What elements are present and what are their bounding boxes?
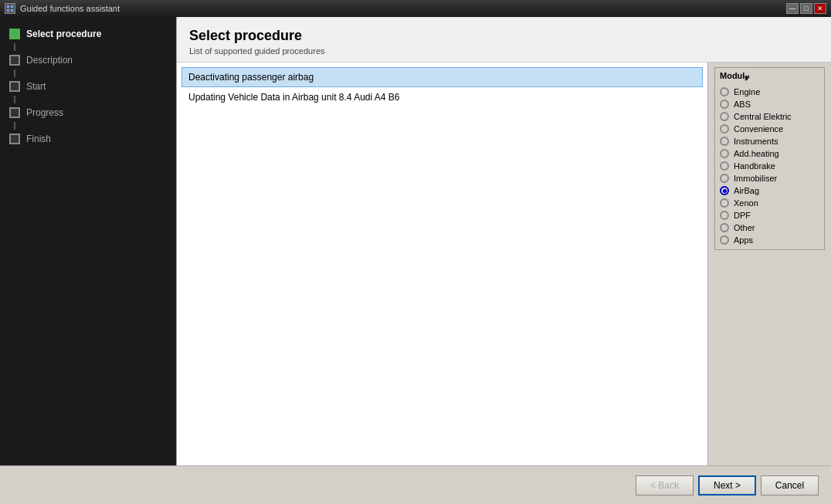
title-controls: — □ ✕ — [786, 3, 826, 14]
step-indicator-select-procedure — [9, 29, 20, 39]
step-indicator-description — [9, 55, 20, 66]
procedures-list: Deactivating passenger airbag Updating V… — [177, 63, 707, 465]
radio-abs[interactable] — [720, 100, 729, 109]
radio-airbag[interactable] — [720, 186, 729, 195]
steps-list: Select procedure Description Start Progr… — [6, 25, 170, 148]
step-progress: Progress — [9, 103, 170, 122]
step-connector-2 — [14, 69, 15, 77]
step-label-finish: Finish — [26, 134, 51, 144]
module-airbag[interactable]: AirBag — [720, 184, 819, 197]
module-immobiliser[interactable]: Immobiliser — [720, 172, 819, 184]
step-indicator-start — [9, 81, 20, 92]
module-handbrake[interactable]: Handbrake — [720, 160, 819, 172]
module-engine[interactable]: Engine — [720, 86, 819, 98]
next-button[interactable]: Next > — [698, 475, 756, 496]
radio-central-elektric[interactable] — [720, 112, 729, 121]
procedure-item-0[interactable]: Deactivating passenger airbag — [181, 67, 703, 87]
radio-apps[interactable] — [720, 235, 729, 245]
title-bar-left: Guided functions assistant — [5, 3, 120, 14]
panel-header: Select procedure List of supported guide… — [177, 17, 831, 63]
back-button[interactable]: < Back — [636, 475, 694, 496]
radio-instruments[interactable] — [720, 137, 729, 146]
module-dpf[interactable]: DPF — [720, 209, 819, 222]
maximize-button[interactable]: □ — [800, 3, 812, 14]
main-window: Select procedure Description Start Progr… — [0, 17, 831, 504]
step-connector-3 — [14, 96, 15, 103]
modules-panel: Modul𝓎 Engine ABS Central Elektric — [707, 63, 831, 465]
module-central-elektric[interactable]: Central Elektric — [720, 110, 819, 123]
panel-subtitle: List of supported guided procedures — [189, 46, 819, 56]
minimize-button[interactable]: — — [786, 3, 799, 14]
cancel-button[interactable]: Cancel — [761, 475, 819, 496]
modules-group: Modul𝓎 Engine ABS Central Elektric — [714, 67, 825, 250]
svg-rect-1 — [11, 5, 13, 8]
footer: < Back Next > Cancel — [0, 465, 831, 504]
step-finish: Finish — [9, 130, 170, 148]
radio-dpf[interactable] — [720, 211, 729, 220]
step-select-procedure: Select procedure — [9, 25, 170, 43]
radio-handbrake[interactable] — [720, 161, 729, 171]
radio-convenience[interactable] — [720, 124, 729, 134]
step-indicator-finish — [9, 134, 20, 144]
radio-immobiliser[interactable] — [720, 174, 729, 183]
step-label-description: Description — [26, 55, 73, 66]
module-xenon[interactable]: Xenon — [720, 197, 819, 209]
radio-add-heating[interactable] — [720, 149, 729, 158]
modules-title: Modul𝓎 — [720, 71, 819, 81]
sidebar: Select procedure Description Start Progr… — [0, 17, 176, 465]
step-label-progress: Progress — [26, 107, 63, 118]
title-bar: Guided functions assistant — □ ✕ — [0, 0, 831, 17]
panel-title: Select procedure — [189, 28, 819, 44]
module-instruments[interactable]: Instruments — [720, 135, 819, 147]
step-connector-4 — [14, 122, 15, 130]
radio-engine[interactable] — [720, 87, 729, 96]
panel-body: Deactivating passenger airbag Updating V… — [177, 63, 831, 465]
module-add-heating[interactable]: Add.heating — [720, 147, 819, 160]
app-icon — [5, 3, 15, 14]
module-other[interactable]: Other — [720, 222, 819, 234]
module-apps[interactable]: Apps — [720, 234, 819, 246]
radio-xenon[interactable] — [720, 198, 729, 208]
svg-rect-0 — [7, 5, 9, 8]
step-label-start: Start — [26, 81, 46, 92]
step-connector-1 — [14, 43, 15, 51]
module-convenience[interactable]: Convenience — [720, 123, 819, 135]
step-label-select-procedure: Select procedure — [26, 29, 101, 39]
svg-rect-3 — [11, 9, 13, 12]
step-start: Start — [9, 77, 170, 96]
content-area: Select procedure Description Start Progr… — [0, 17, 831, 465]
step-description: Description — [9, 51, 170, 69]
procedure-item-1[interactable]: Updating Vehicle Data in Airbag unit 8.4… — [181, 87, 703, 107]
svg-rect-2 — [7, 9, 9, 12]
right-panel: Select procedure List of supported guide… — [176, 17, 831, 465]
radio-other[interactable] — [720, 223, 729, 232]
step-indicator-progress — [9, 107, 20, 118]
close-button[interactable]: ✕ — [814, 3, 826, 14]
window-title: Guided functions assistant — [20, 4, 120, 13]
module-abs[interactable]: ABS — [720, 98, 819, 110]
